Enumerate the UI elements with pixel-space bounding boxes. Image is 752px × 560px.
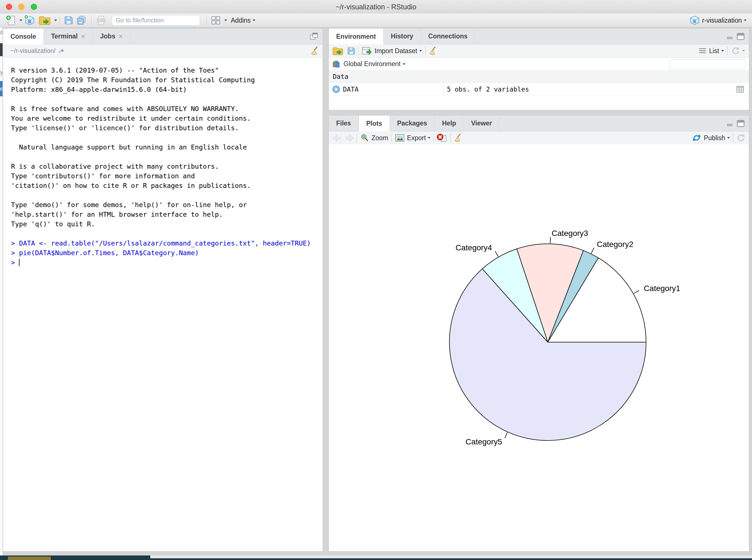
- list-view-label: List: [709, 47, 719, 55]
- console-output[interactable]: R version 3.6.1 (2019-07-05) -- "Action …: [3, 58, 323, 267]
- tab-viewer[interactable]: Viewer: [464, 116, 500, 131]
- open-recent-dropdown-caret[interactable]: [54, 20, 57, 21]
- toolbar-separator: [206, 16, 207, 25]
- close-icon[interactable]: ×: [119, 33, 123, 40]
- tab-terminal[interactable]: Terminal ×: [44, 28, 93, 44]
- goto-file-function-input[interactable]: [115, 16, 198, 24]
- publish-plot-caret: [727, 137, 730, 139]
- remove-plot-icon[interactable]: [436, 133, 448, 143]
- tab-plots[interactable]: Plots: [359, 116, 390, 132]
- expand-object-icon[interactable]: [332, 85, 340, 93]
- goto-file-function-box[interactable]: [112, 15, 200, 26]
- tab-files[interactable]: Files: [329, 116, 359, 131]
- project-menu-button[interactable]: R r-visualization: [688, 15, 748, 26]
- toolbar-separator: [60, 16, 60, 25]
- tab-help-label: Help: [442, 120, 456, 127]
- refresh-icon: [731, 46, 740, 55]
- publish-plot-button[interactable]: Publish: [691, 132, 731, 144]
- pie-label-tick: [505, 432, 507, 438]
- open-in-new-window-icon[interactable]: [58, 47, 65, 54]
- environment-object-row[interactable]: DATA 5 obs. of 2 variables: [329, 83, 749, 96]
- print-button[interactable]: [94, 15, 108, 26]
- background-window-bottom-edge: [0, 556, 752, 560]
- environment-tabstrip: Environment History Connections: [329, 28, 749, 44]
- console-pane: Console Terminal × Jobs × ~/r-visualizat…: [3, 28, 323, 552]
- console-line: >: [11, 258, 323, 267]
- pane-layout-button[interactable]: [209, 15, 222, 26]
- close-icon[interactable]: ×: [81, 33, 85, 40]
- tab-connections[interactable]: Connections: [421, 28, 475, 44]
- open-file-button[interactable]: [37, 15, 52, 26]
- text-cursor: [19, 259, 20, 266]
- toolbar-separator: [92, 16, 92, 25]
- minimize-pane-icon[interactable]: [726, 33, 734, 40]
- console-line: [11, 94, 323, 104]
- refresh-caret: [742, 50, 745, 52]
- object-value: 5 obs. of 2 variables: [444, 86, 736, 93]
- tab-packages[interactable]: Packages: [390, 116, 435, 131]
- pie-label-tick: [550, 237, 551, 243]
- tab-environment[interactable]: Environment: [329, 28, 384, 44]
- new-project-icon: R: [24, 15, 36, 26]
- pane-layout-dropdown-caret[interactable]: [224, 20, 227, 21]
- load-workspace-folder-icon[interactable]: [332, 46, 344, 56]
- save-all-button[interactable]: [75, 15, 89, 26]
- environment-search-input[interactable]: [672, 60, 749, 68]
- refresh-environment-button[interactable]: [730, 45, 746, 57]
- tab-help[interactable]: Help: [435, 116, 464, 131]
- maximize-pane-icon[interactable]: [309, 32, 319, 41]
- maximize-pane-icon[interactable]: [736, 33, 745, 40]
- addins-label: Addins: [231, 17, 250, 24]
- console-line: 'citation()' on how to cite R or R packa…: [11, 181, 323, 191]
- zoom-plot-button[interactable]: Zoom: [360, 132, 389, 144]
- background-window-fragment: [8, 557, 51, 560]
- tab-jobs[interactable]: Jobs ×: [93, 28, 130, 44]
- title-bar: ~/r-visualization - RStudio: [0, 0, 752, 14]
- new-file-button[interactable]: [4, 15, 18, 26]
- save-all-icon: [76, 15, 87, 25]
- next-plot-icon[interactable]: [345, 134, 354, 142]
- save-button[interactable]: [62, 15, 75, 26]
- addins-button[interactable]: Addins: [227, 15, 257, 26]
- clear-environment-broom-icon[interactable]: [428, 46, 437, 56]
- save-workspace-icon[interactable]: [347, 47, 355, 55]
- environment-search-box[interactable]: [669, 59, 746, 69]
- console-line: Type 'license()' or 'licence()' for dist…: [11, 123, 323, 133]
- new-file-icon: [5, 15, 16, 26]
- global-environment-icon: [332, 60, 341, 68]
- maximize-pane-icon[interactable]: [736, 120, 745, 127]
- zoom-magnifier-icon: [360, 133, 369, 142]
- background-window-edge: a y e: [0, 27, 3, 556]
- plot-canvas[interactable]: Category1Category2Category3Category4Cate…: [329, 144, 749, 551]
- console-line: 'help.start()' for an HTML browser inter…: [11, 209, 323, 219]
- minimize-pane-icon[interactable]: [726, 120, 734, 127]
- list-icon: [698, 47, 707, 55]
- background-window-fragment: [150, 558, 752, 560]
- tab-plots-label: Plots: [366, 120, 382, 127]
- tab-environment-label: Environment: [336, 33, 376, 40]
- new-project-button[interactable]: R: [22, 15, 37, 26]
- refresh-plot-icon[interactable]: [736, 133, 746, 142]
- data-section-header: Data: [329, 71, 749, 83]
- previous-plot-icon[interactable]: [332, 134, 342, 142]
- environment-scope-caret[interactable]: [403, 63, 405, 65]
- clear-all-plots-broom-icon[interactable]: [453, 133, 462, 143]
- list-view-button[interactable]: List: [698, 45, 725, 57]
- plots-toolbar: Zoom Export Publish: [329, 132, 749, 145]
- import-dataset-button[interactable]: Import Dataset: [361, 45, 423, 57]
- tab-history[interactable]: History: [384, 28, 421, 44]
- import-dataset-caret: [419, 50, 422, 52]
- view-data-grid-icon[interactable]: [736, 85, 744, 93]
- console-line: Natural language support but running in …: [11, 142, 323, 152]
- console-tabstrip: Console Terminal × Jobs ×: [3, 28, 323, 44]
- clear-console-broom-icon[interactable]: [310, 46, 319, 56]
- pie-label-category1: Category1: [644, 284, 680, 293]
- working-directory-path: ~/r-visualization/: [11, 47, 56, 55]
- tab-console[interactable]: Console: [3, 28, 44, 44]
- toolbar-separator: [450, 133, 451, 142]
- new-file-dropdown-caret[interactable]: [20, 20, 22, 21]
- environment-scope-label[interactable]: Global Environment: [344, 60, 401, 68]
- export-plot-button[interactable]: Export: [394, 132, 431, 144]
- save-icon: [64, 16, 74, 25]
- environment-scope-row: Global Environment: [329, 58, 749, 71]
